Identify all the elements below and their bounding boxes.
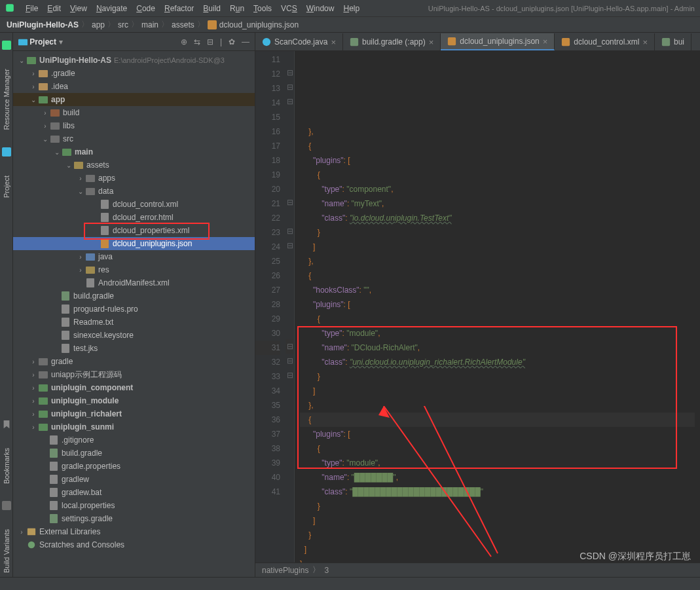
crumb-root[interactable]: UniPlugin-Hello-AS (7, 20, 79, 29)
tree-gradlew-bat[interactable]: gradlew.bat (13, 486, 255, 499)
crumb-index[interactable]: 3 (324, 566, 329, 575)
menu-view[interactable]: View (65, 4, 92, 13)
tree-manifest[interactable]: AndroidManifest.xml (13, 276, 255, 289)
svg-rect-4 (2, 501, 11, 510)
close-icon[interactable]: × (331, 37, 336, 47)
tab-scancode[interactable]: ScanCode.java× (255, 33, 343, 50)
tree-dcloud-error[interactable]: dcloud_error.html (13, 211, 255, 224)
menu-navigate[interactable]: Navigate (92, 4, 132, 13)
tree-dcloud-control[interactable]: dcloud_control.xml (13, 198, 255, 211)
tree-up-sunmi[interactable]: ›uniplugin_sunmi (13, 420, 255, 433)
tree-build-gradle2[interactable]: build.gradle (13, 447, 255, 460)
editor-body[interactable]: 1112131415161718192021222324252627282930… (255, 51, 700, 562)
menu-window[interactable]: Window (302, 4, 339, 13)
tree-settings-gradle[interactable]: settings.gradle (13, 512, 255, 525)
tree-gradle[interactable]: ›.gradle (13, 67, 255, 80)
tree-scratches[interactable]: Scratches and Consoles (13, 538, 255, 551)
crumb-nativeplugins[interactable]: nativePlugins (262, 566, 308, 575)
hide-icon[interactable]: — (242, 37, 249, 46)
tab-bui[interactable]: bui (655, 33, 691, 50)
app-icon (5, 3, 16, 14)
line-gutter: 1112131415161718192021222324252627282930… (255, 51, 286, 562)
svg-rect-12 (662, 38, 670, 46)
expand-icon[interactable]: ⇆ (194, 37, 200, 46)
svg-rect-1 (208, 20, 217, 29)
svg-point-7 (28, 542, 35, 549)
project-icon[interactable] (2, 147, 11, 158)
crumb-src[interactable]: src (118, 20, 128, 29)
menu-run[interactable]: Run (225, 4, 249, 13)
tree-dcloud-properties[interactable]: dcloud_properties.xml (13, 224, 255, 237)
menubar: File Edit View Navigate Code Refactor Bu… (0, 0, 700, 17)
tree-external-libraries[interactable]: ›External Libraries (13, 525, 255, 538)
menu-edit[interactable]: Edit (43, 4, 65, 13)
tab-dcloud-control[interactable]: dcloud_control.xml× (555, 33, 655, 50)
tree-build[interactable]: ›build (13, 106, 255, 119)
tree-java[interactable]: ›java (13, 250, 255, 263)
menu-file[interactable]: File (21, 4, 43, 13)
svg-rect-0 (6, 4, 14, 12)
menu-tools[interactable]: Tools (249, 4, 276, 13)
menu-refactor[interactable]: Refactor (160, 4, 198, 13)
tree-up-module[interactable]: ›uniplugin_module (13, 394, 255, 407)
tree-gradle-props[interactable]: gradle.properties (13, 460, 255, 473)
tree-main[interactable]: ⌄main (13, 145, 255, 158)
tree-root[interactable]: ⌄UniPlugin-Hello-ASE:\androidProject\And… (13, 54, 255, 67)
locate-icon[interactable]: ⊕ (181, 37, 187, 46)
tree-apps[interactable]: ›apps (13, 172, 255, 185)
tree-uniapp-demo[interactable]: ›uniapp示例工程源码 (13, 368, 255, 381)
tree-idea[interactable]: ›.idea (13, 80, 255, 93)
tree-build-gradle[interactable]: build.gradle (13, 289, 255, 303)
tree-src[interactable]: ⌄src (13, 132, 255, 145)
editor-breadcrumb: nativePlugins 〉 3 (255, 562, 700, 577)
menu-help[interactable]: Help (339, 4, 364, 13)
rail-project[interactable]: Project (1, 172, 12, 202)
fold-gutter[interactable]: ⊟⊟⊟⊟⊟⊟⊟⊟⊟ (286, 51, 295, 562)
tree-up-component[interactable]: ›uniplugin_component (13, 381, 255, 394)
tab-dcloud-uniplugins[interactable]: dcloud_uniplugins.json× (441, 33, 555, 50)
settings-icon[interactable]: ✿ (229, 37, 235, 46)
tree-data[interactable]: ⌄data (13, 185, 255, 198)
svg-point-8 (263, 38, 270, 46)
svg-rect-11 (562, 38, 570, 46)
project-tree[interactable]: ⌄UniPlugin-Hello-ASE:\androidProject\And… (13, 51, 255, 577)
close-icon[interactable]: × (642, 37, 648, 47)
tab-build-gradle[interactable]: build.gradle (:app)× (343, 33, 441, 50)
crumb-app[interactable]: app (92, 20, 105, 29)
tree-local-props[interactable]: local.properties (13, 499, 255, 512)
tree-sinexcel[interactable]: sinexcel.keystore (13, 329, 255, 342)
menu-code[interactable]: Code (132, 4, 160, 13)
tree-gradlew[interactable]: gradlew (13, 473, 255, 486)
tree-readme[interactable]: Readme.txt (13, 316, 255, 329)
tree-up-richalert[interactable]: ›uniplugin_richalert (13, 407, 255, 420)
menu-vcs[interactable]: VCS (276, 4, 302, 13)
tree-libs[interactable]: ›libs (13, 119, 255, 132)
rail-resource-manager[interactable]: Resource Manager (1, 65, 12, 134)
json-icon (208, 20, 217, 29)
crumb-assets[interactable]: assets (172, 20, 194, 29)
tree-assets[interactable]: ⌄assets (13, 158, 255, 172)
code-content[interactable]: uniapp 使用的插件名称和模块的包名+类名 }, { "plugins": … (295, 51, 700, 562)
menu-build[interactable]: Build (198, 4, 225, 13)
tree-testjks[interactable]: test.jks (13, 342, 255, 355)
svg-rect-6 (28, 528, 35, 536)
crumb-main[interactable]: main (141, 20, 158, 29)
close-icon[interactable]: × (429, 37, 434, 47)
build-variants-icon[interactable] (2, 501, 11, 512)
close-icon[interactable]: × (543, 37, 548, 46)
tree-proguard[interactable]: proguard-rules.pro (13, 303, 255, 316)
resource-manager-icon[interactable] (2, 41, 11, 52)
editor-area: ScanCode.java× build.gradle (:app)× dclo… (255, 33, 700, 577)
tree-gradle-dir[interactable]: ›gradle (13, 355, 255, 368)
tree-gitignore[interactable]: .gitignore (13, 433, 255, 447)
rail-build-variants[interactable]: Build Variants (1, 525, 12, 577)
crumb-file[interactable]: dcloud_uniplugins.json (219, 20, 299, 29)
collapse-icon[interactable]: ⊟ (207, 37, 213, 46)
tree-app[interactable]: ⌄app (13, 93, 255, 106)
tree-dcloud-uniplugins[interactable]: dcloud_uniplugins.json (13, 237, 255, 250)
rail-bookmarks[interactable]: Bookmarks (1, 444, 12, 488)
bookmarks-icon[interactable] (2, 420, 11, 431)
tree-res[interactable]: ›res (13, 263, 255, 276)
svg-rect-5 (18, 39, 28, 45)
project-panel-title[interactable]: Project (29, 37, 56, 46)
